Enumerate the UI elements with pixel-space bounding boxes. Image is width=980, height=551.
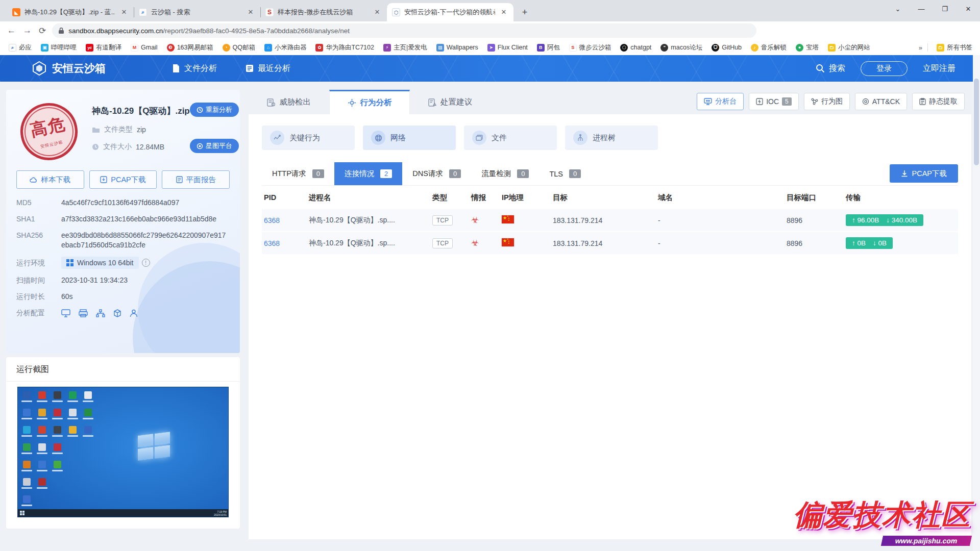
printer-icon[interactable] (79, 309, 88, 317)
behavior-categories: 关键行为 网络 文件 进程树 (262, 126, 958, 150)
sample-download-button[interactable]: 样本下载 (16, 170, 84, 189)
back-icon[interactable]: ← (7, 26, 16, 36)
package-icon[interactable] (113, 309, 121, 317)
bookmark-item[interactable]: ⬡chatgpt (617, 42, 655, 53)
chevron-down-icon[interactable]: ⌄ (886, 5, 910, 13)
pill-file[interactable]: 文件 (464, 126, 557, 150)
pill-process-tree[interactable]: 进程树 (565, 126, 658, 150)
table-row[interactable]: 6368 神岛-10.29【Q驱动】.sp.... TCP ☣ ★★★★ 183… (262, 209, 958, 232)
count-badge: 0 (312, 169, 324, 178)
bookmark-item[interactable]: B阿包 (533, 42, 564, 54)
pill-network[interactable]: 网络 (363, 126, 456, 150)
biohazard-icon[interactable]: ☣ (471, 238, 502, 248)
bookmark-item[interactable]: ●宝塔 (792, 42, 822, 54)
bookmark-item[interactable]: ◔QQ邮箱 (219, 42, 259, 54)
close-tab-icon[interactable]: ✕ (373, 8, 382, 17)
bookmark-item[interactable]: ♪音乐解锁 (747, 42, 790, 54)
starmap-button[interactable]: 星图平台 (190, 139, 239, 153)
close-tab-icon[interactable]: ✕ (246, 8, 255, 17)
bookmark-item[interactable]: ▨Wallpapers (433, 42, 482, 53)
nav-file-analysis[interactable]: 文件分析 (172, 63, 217, 74)
transfer-badge: ↑ 0B↓ 0B (846, 237, 893, 249)
subtab-http-requests[interactable]: HTTP请求 0 (262, 162, 334, 185)
address-bar[interactable]: sandbox.dbappsecurity.com.cn/report/29ae… (52, 23, 756, 38)
pcap-download-button[interactable]: PCAP下载 (89, 170, 157, 189)
bookmark-item[interactable]: ᗜGitHub (708, 42, 745, 53)
tab-disposal-advice[interactable]: 处置建议 (410, 90, 491, 114)
brand[interactable]: 安恒云沙箱 (32, 61, 106, 76)
subtab-tls[interactable]: TLS 0 (539, 162, 591, 185)
runtime-screenshot[interactable]: 7:19 PM2023/10/31 (17, 387, 229, 517)
page-scrollbar[interactable] (973, 55, 980, 551)
target-ip: 183.131.79.214 (553, 216, 658, 224)
network-subtabs: HTTP请求 0 连接情况 2 DNS请求 0 流量检测 0 TLS 0 PCA… (262, 162, 958, 186)
bookmark-item[interactable]: ▣哔哩哔哩 (37, 42, 80, 54)
tab-title: 神岛-10.29【Q驱动】.zip - 蓝... (24, 8, 115, 17)
user-icon[interactable] (130, 309, 138, 317)
pill-key-behavior[interactable]: 关键行为 (262, 126, 355, 150)
bookmark-item[interactable]: ✿华为路由TC7102 (312, 42, 377, 54)
tab-behavior-analysis[interactable]: 行为分析 (329, 90, 410, 114)
browser-tab-2[interactable]: ⌕ 云沙箱 - 搜索 ✕ (134, 3, 260, 21)
table-row[interactable]: 6368 神岛-10.29【Q驱动】.sp.... TCP ☣ ★★★★ 183… (262, 232, 958, 255)
bookmark-item[interactable]: yd有道翻译 (82, 42, 125, 54)
threatbook-icon: S (265, 8, 274, 16)
ioc-button[interactable]: IOC 5 (749, 93, 799, 110)
flat-report-button[interactable]: 平面报告 (162, 170, 230, 189)
bookmark-item[interactable]: ❸163网易邮箱 (163, 42, 217, 54)
analysis-console-button[interactable]: 分析台 (697, 93, 744, 110)
bookmark-item[interactable]: ➤Flux Client (484, 42, 531, 53)
static-extract-button[interactable]: 静态提取 (912, 93, 965, 110)
restore-icon[interactable]: ❐ (933, 5, 957, 13)
subtab-dns-requests[interactable]: DNS请求 0 (402, 162, 471, 185)
table-pcap-download-button[interactable]: PCAP下载 (890, 164, 959, 183)
bookmark-item[interactable]: 🗀小尘的网站 (824, 42, 874, 54)
new-tab-button[interactable]: + (518, 5, 532, 19)
biohazard-icon[interactable]: ☣ (471, 215, 502, 226)
desktop-icon (84, 426, 92, 434)
bookmark-item[interactable]: ⚡主页|爱发电 (380, 42, 431, 54)
forward-icon[interactable]: → (23, 26, 32, 36)
browser-tab-1[interactable]: ◣ 神岛-10.29【Q驱动】.zip - 蓝... ✕ (7, 3, 134, 21)
minimize-icon[interactable]: — (910, 5, 933, 13)
desktop-icon (84, 409, 92, 416)
pid-link[interactable]: 6368 (264, 239, 309, 247)
close-tab-icon[interactable]: ✕ (499, 8, 508, 17)
bookmark-item[interactable]: S微步云沙箱 (566, 42, 615, 54)
reload-icon[interactable]: ⟳ (39, 26, 46, 36)
lanzou-icon: ◣ (12, 8, 20, 16)
monitor-icon[interactable] (61, 309, 70, 317)
search-button[interactable]: 搜索 (816, 63, 845, 74)
close-tab-icon[interactable]: ✕ (119, 8, 129, 17)
behavior-graph-button[interactable]: 行为图 (804, 93, 850, 110)
reanalyze-button[interactable]: 重新分析 (190, 103, 239, 117)
recent-analysis-icon (246, 64, 254, 72)
pid-link[interactable]: 6368 (264, 216, 309, 224)
bookmark-item[interactable]: ⌂小米路由器 (261, 42, 310, 54)
subtab-connections[interactable]: 连接情况 2 (334, 162, 402, 185)
folder-icon (92, 127, 100, 133)
close-window-icon[interactable]: ✕ (957, 5, 980, 13)
bookmark-item[interactable]: MGmail (127, 42, 161, 53)
scrollbar-thumb[interactable] (974, 79, 979, 165)
bookmarks-overflow-icon[interactable]: » (919, 44, 922, 52)
attck-button[interactable]: ATT&CK (855, 93, 907, 110)
taskbar: 7:19 PM2023/10/31 (18, 509, 228, 517)
info-icon[interactable]: ! (142, 259, 150, 267)
bookmark-item[interactable]: ⌕必应 (5, 42, 35, 54)
tab-threat-detection[interactable]: 威胁检出 (249, 90, 329, 114)
sha1-value: a7f33cd3832a213c166eb0abc966e93d11ab5d8e (61, 214, 230, 224)
all-bookmarks[interactable]: 🗀所有书签 (933, 42, 976, 54)
bookmark-item[interactable]: "macos论坛 (657, 42, 706, 54)
login-button[interactable]: 登录 (861, 61, 908, 76)
report-tabs: 威胁检出 行为分析 处置建议 (249, 90, 491, 114)
file-type-row: 文件类型zip 重新分析 (92, 125, 230, 134)
browser-tab-active[interactable]: ⬡ 安恒云沙箱-下一代沙箱的领航者 ✕ (387, 3, 513, 21)
tab-title: 样本报告-微步在线云沙箱 (278, 8, 369, 17)
subtab-traffic-detection[interactable]: 流量检测 0 (471, 162, 539, 185)
nav-recent-analysis[interactable]: 最近分析 (246, 63, 290, 74)
register-button[interactable]: 立即注册 (923, 63, 955, 74)
domain: - (658, 239, 787, 247)
network-icon[interactable] (96, 309, 105, 317)
browser-tab-3[interactable]: S 样本报告-微步在线云沙箱 ✕ (260, 3, 387, 21)
